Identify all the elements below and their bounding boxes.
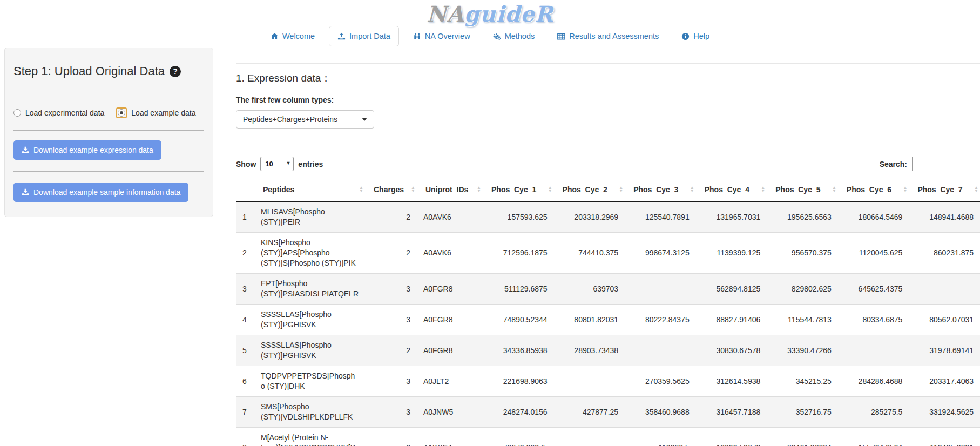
column-header-label: Phos_Cyc_5 (775, 185, 820, 194)
tab-help[interactable]: Help (673, 26, 718, 46)
charges-cell: 3 (365, 366, 417, 397)
section-title: 1. Expression data： (236, 71, 980, 85)
gears-icon (493, 32, 501, 40)
divider (236, 148, 980, 148)
search-input[interactable] (912, 157, 980, 171)
column-header-phos-cyc-7[interactable]: Phos_Cyc_7▲▼ (909, 178, 980, 201)
intensity-value-cell: 195625.6563 (767, 201, 838, 233)
download-example-expression-button[interactable]: Download example expression data (13, 140, 161, 160)
intensity-value-cell (554, 366, 625, 397)
row-index-cell: 8 (236, 428, 254, 446)
intensity-value-cell: 80562.07031 (909, 305, 980, 335)
sort-icon[interactable]: ▲▼ (974, 186, 978, 193)
peptide-cell: MLISAVS[Phospho (STY)]PEIR (254, 201, 365, 233)
tab-results-assessments[interactable]: Results and Assessments (549, 26, 667, 46)
uniprot-id-cell: A0FGR8 (417, 274, 483, 305)
intensity-value-cell: 125540.7891 (625, 201, 696, 233)
sort-icon[interactable]: ▲▼ (411, 186, 415, 193)
download-icon (22, 146, 29, 154)
table-row: 7SMS[Phospho (STY)]VDLSHIPLKDPLLFK3A0JNW… (236, 397, 980, 428)
tab-label: Import Data (349, 32, 390, 40)
chevron-down-icon (362, 118, 367, 121)
column-header-index[interactable] (236, 178, 254, 201)
upload-icon (337, 32, 346, 40)
uniprot-id-cell: A0FGR8 (417, 305, 483, 335)
column-header-phos-cyc-1[interactable]: Phos_Cyc_1▲▼ (483, 178, 554, 201)
page-length-select-wrap: 10 ▼ (260, 157, 294, 171)
charges-cell: 3 (365, 397, 417, 428)
table-controls: Show 10 ▼ entries Search: (236, 157, 980, 171)
tab-methods[interactable]: Methods (484, 26, 544, 46)
tab-label: Help (693, 32, 709, 40)
download-example-sample-info-button[interactable]: Download example sample information data (13, 183, 188, 202)
sort-icon[interactable]: ▲▼ (832, 186, 836, 193)
row-index-cell: 7 (236, 397, 254, 428)
uniprot-id-cell: A0AVK6 (417, 201, 483, 233)
column-header-label: Phos_Cyc_2 (563, 185, 607, 194)
radio-load-experimental-data[interactable]: Load experimental data (13, 109, 104, 117)
tab-na-overview[interactable]: NA Overview (404, 26, 479, 46)
tab-label: NA Overview (425, 32, 470, 40)
intensity-value-cell: 180664.5469 (838, 201, 909, 233)
sort-icon[interactable]: ▲▼ (477, 186, 481, 193)
uniprot-id-cell: A0FGR8 (417, 335, 483, 366)
table-row: 3EPT[Phospho (STY)]PSIASDISLPIATQELR3A0F… (236, 274, 980, 305)
charges-cell: 2 (365, 233, 417, 274)
intensity-value-cell: 148941.4688 (909, 201, 980, 233)
column-header-peptides[interactable]: Peptides▲▼ (254, 178, 365, 201)
intensity-value-cell: 712596.1875 (483, 233, 554, 274)
intensity-value-cell: 80334.6875 (838, 305, 909, 335)
intensity-value-cell: 1120045.625 (838, 233, 909, 274)
intensity-value-cell: 79679.09375 (483, 428, 554, 446)
intensity-value-cell: 829802.625 (767, 274, 838, 305)
radio-circle-icon[interactable] (118, 109, 125, 117)
home-icon (271, 32, 279, 40)
page-length-select[interactable]: 10 (260, 157, 294, 171)
intensity-value-cell: 511129.6875 (483, 274, 554, 305)
intensity-value-cell: 645625.4375 (838, 274, 909, 305)
search-label: Search: (880, 160, 907, 168)
intensity-value-cell: 157593.625 (483, 201, 554, 233)
column-header-label: Uniprot_IDs (425, 185, 468, 194)
column-header-uniprot-ids[interactable]: Uniprot_IDs▲▼ (417, 178, 483, 201)
column-header-phos-cyc-6[interactable]: Phos_Cyc_6▲▼ (838, 178, 909, 201)
uniprot-id-cell: A0JLT2 (417, 366, 483, 397)
intensity-value-cell: 860231.875 (909, 233, 980, 274)
row-index-cell: 4 (236, 305, 254, 335)
intensity-value-cell: 312614.5938 (696, 366, 767, 397)
import-data-pane: 1. Expression data： The first few column… (236, 63, 980, 446)
radio-circle-icon[interactable] (13, 109, 21, 117)
row-index-cell: 3 (236, 274, 254, 305)
peptide-cell: M[Acetyl (Protein N-term)]NPVYSPGSSGVPY[… (254, 428, 365, 446)
sort-icon[interactable]: ▲▼ (690, 186, 694, 193)
intensity-value-cell: 270359.5625 (625, 366, 696, 397)
column-header-phos-cyc-4[interactable]: Phos_Cyc_4▲▼ (696, 178, 767, 201)
sort-icon[interactable]: ▲▼ (359, 186, 363, 193)
intensity-value-cell: 285275.5 (838, 397, 909, 428)
charges-cell: 3 (365, 305, 417, 335)
column-header-charges[interactable]: Charges▲▼ (365, 178, 417, 201)
intensity-value-cell: 998674.3125 (625, 233, 696, 274)
row-index-cell: 2 (236, 233, 254, 274)
intensity-value-cell: 345215.25 (767, 366, 838, 397)
radio-label: Load experimental data (25, 109, 104, 117)
sort-icon[interactable]: ▲▼ (903, 186, 907, 193)
sort-icon[interactable]: ▲▼ (761, 186, 765, 193)
column-header-phos-cyc-5[interactable]: Phos_Cyc_5▲▼ (767, 178, 838, 201)
table-row: 1MLISAVS[Phospho (STY)]PEIR2A0AVK6157593… (236, 201, 980, 233)
intensity-value-cell: 113495.2891 (909, 428, 980, 446)
column-header-phos-cyc-3[interactable]: Phos_Cyc_3▲▼ (625, 178, 696, 201)
intensity-value-cell: 74890.52344 (483, 305, 554, 335)
sort-icon[interactable]: ▲▼ (548, 186, 552, 193)
upload-panel: Step 1: Upload Original Data ? Load expe… (4, 48, 213, 217)
tab-welcome[interactable]: Welcome (262, 26, 323, 46)
radio-load-example-data[interactable]: Load example data (116, 107, 195, 118)
table-icon (557, 32, 565, 40)
intensity-value-cell: 1139399.125 (696, 233, 767, 274)
tab-import-data[interactable]: Import Data (329, 26, 399, 46)
sort-icon[interactable]: ▲▼ (619, 186, 623, 193)
column-header-phos-cyc-2[interactable]: Phos_Cyc_2▲▼ (554, 178, 625, 201)
question-circle-icon[interactable]: ? (170, 66, 181, 77)
column-types-dropdown[interactable]: Peptides+Charges+Proteins (236, 110, 374, 129)
intensity-value-cell: 639703 (554, 274, 625, 305)
